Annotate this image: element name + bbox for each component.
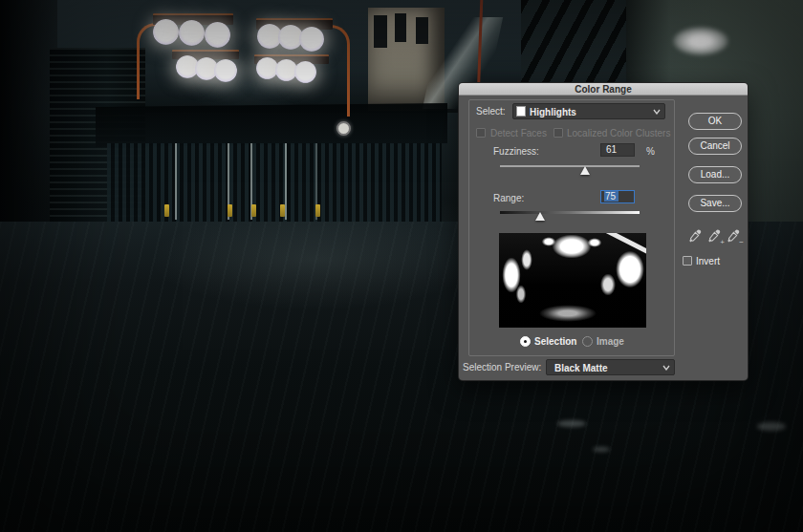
fuzziness-slider[interactable] (500, 163, 640, 175)
chevron-down-icon (653, 109, 661, 115)
ok-button[interactable]: OK (688, 113, 742, 130)
highlights-swatch (516, 106, 526, 117)
detect-faces-checkbox[interactable] (476, 128, 486, 138)
plus-glyph: + (720, 239, 725, 246)
selection-preview-thumbnail[interactable] (499, 233, 646, 328)
range-slider-thumb[interactable] (535, 212, 545, 221)
detect-faces-label: Detect Faces (490, 128, 547, 138)
cancel-button[interactable]: Cancel (688, 138, 742, 155)
save-button[interactable]: Save... (688, 195, 742, 212)
localized-color-clusters-checkbox[interactable] (553, 128, 563, 138)
eyedropper-glyph (727, 229, 740, 243)
selection-preview-dropdown[interactable]: Black Matte (546, 359, 675, 375)
screenshot-root: Color Range Select: Highlights Detect Fa… (0, 0, 803, 532)
fuzziness-label: Fuzziness: (493, 146, 539, 157)
fuzziness-slider-thumb[interactable] (580, 166, 590, 175)
eyedropper-plus-icon[interactable]: + (707, 229, 723, 245)
select-label: Select: (476, 106, 506, 117)
range-slider-track (500, 211, 640, 214)
radio-image[interactable] (582, 336, 593, 347)
range-slider[interactable] (500, 209, 640, 221)
radio-image-label[interactable]: Image (597, 336, 624, 347)
radio-selection[interactable] (520, 336, 531, 347)
range-label: Range: (493, 193, 524, 203)
minus-glyph: − (739, 239, 744, 246)
fuzziness-unit: % (646, 146, 655, 157)
invert-checkbox[interactable] (683, 256, 692, 266)
fuzziness-slider-track (500, 165, 640, 167)
radio-selection-label[interactable]: Selection (534, 336, 576, 347)
eyedropper-glyph (688, 229, 702, 243)
dialog-titlebar[interactable]: Color Range (459, 83, 748, 96)
range-value-selected-text: 75 (604, 191, 619, 202)
range-value-field[interactable]: 75 (600, 190, 635, 203)
chevron-down-icon (662, 365, 670, 371)
color-range-dialog: Color Range Select: Highlights Detect Fa… (458, 82, 749, 381)
load-button[interactable]: Load... (688, 166, 742, 183)
select-value: Highlights (530, 105, 576, 119)
invert-label[interactable]: Invert (696, 256, 720, 266)
eyedropper-glyph (707, 229, 721, 243)
fuzziness-value-field[interactable]: 61 (600, 143, 635, 157)
selection-preview-value: Black Matte (554, 361, 608, 375)
selection-preview-label: Selection Preview: (463, 362, 541, 372)
select-dropdown[interactable]: Highlights (512, 103, 665, 119)
eyedropper-icon[interactable] (688, 229, 704, 245)
preview-diagonal-beam (600, 233, 646, 256)
localized-color-clusters-label: Localized Color Clusters (567, 128, 670, 138)
eyedropper-minus-icon[interactable]: − (727, 229, 742, 245)
